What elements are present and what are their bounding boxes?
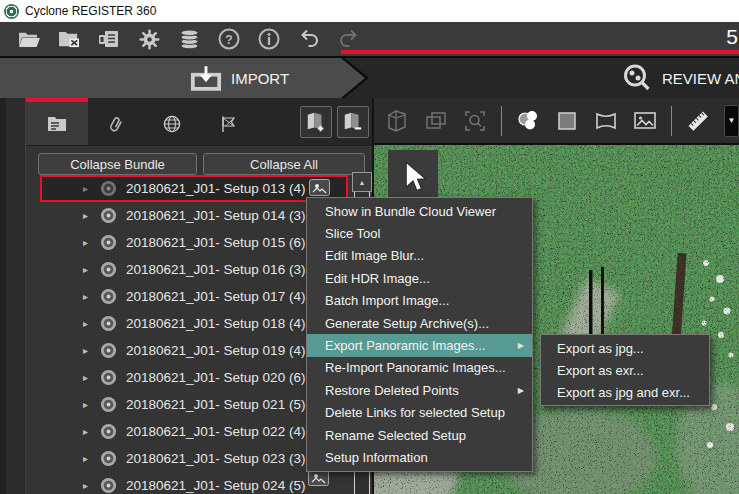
select-tool-button[interactable]: [388, 150, 438, 204]
setup-target-icon: [100, 477, 117, 494]
setup-target-icon: [100, 234, 117, 251]
active-stage-accent-line: [341, 50, 739, 54]
help-icon[interactable]: ?: [217, 27, 241, 51]
submenu-item[interactable]: Export as exr...: [541, 359, 709, 381]
submenu-item[interactable]: Export as jpg...: [541, 337, 709, 359]
menu-item-label: Batch Import Image...: [325, 293, 449, 308]
submenu-arrow-icon: ▶: [518, 386, 524, 395]
menu-item-label: Export Panoramic Images...: [325, 338, 485, 353]
context-menu-item[interactable]: Slice Tool ▶: [307, 222, 532, 244]
add-sitemap-button[interactable]: [300, 106, 332, 138]
expander-icon[interactable]: ▸: [83, 481, 91, 491]
scroll-up-button[interactable]: ▲: [352, 172, 372, 192]
panorama-view-icon[interactable]: [593, 108, 619, 134]
expander-icon[interactable]: ▸: [83, 346, 91, 356]
tab-review-and-optimize[interactable]: REVIEW AND: [608, 58, 739, 98]
setup-target-icon: [100, 207, 117, 224]
import-project-icon[interactable]: [97, 27, 121, 51]
close-project-icon[interactable]: [57, 27, 81, 51]
context-menu-item[interactable]: Restore Deleted Points ▶: [307, 379, 532, 401]
color-mode-icon[interactable]: [515, 108, 541, 134]
submenu-arrow-icon: ▶: [518, 341, 524, 350]
menu-item-label: Slice Tool: [325, 226, 380, 241]
setup-target-icon: [100, 423, 117, 440]
export-panoramic-submenu: Export as jpg... Export as exr... Export…: [540, 334, 710, 406]
setup-target-icon: [100, 369, 117, 386]
toolbar-separator: [671, 106, 672, 136]
context-menu-item[interactable]: Re-Import Panoramic Images... ▶: [307, 357, 532, 379]
setup-context-menu: Show in Bundle Cloud Viewer ▶ Slice Tool…: [306, 197, 533, 472]
about-info-icon[interactable]: [257, 27, 281, 51]
attachments-tab[interactable]: [88, 98, 144, 145]
settings-gear-icon[interactable]: [137, 27, 161, 51]
pano-view-icon[interactable]: [384, 108, 410, 134]
image-view-icon[interactable]: [632, 108, 658, 134]
geotag-globe-tab[interactable]: [144, 98, 200, 145]
collapse-all-button[interactable]: Collapse All: [203, 153, 365, 175]
setup-image-button[interactable]: [309, 179, 330, 196]
context-menu-item[interactable]: Rename Selected Setup ▶: [307, 424, 532, 446]
storage-database-icon[interactable]: [177, 27, 201, 51]
sitemap-buttons: [300, 98, 372, 145]
expander-icon[interactable]: ▸: [83, 427, 91, 437]
tab-import[interactable]: IMPORT: [0, 58, 365, 98]
overlap-views-icon[interactable]: [423, 108, 449, 134]
setup-label: 20180621_J01- Setup 019 (4): [126, 343, 305, 358]
context-menu-item[interactable]: Export Panoramic Images... ▶: [307, 334, 532, 356]
app-logo-icon: [4, 4, 19, 19]
submenu-item-label: Export as exr...: [557, 363, 644, 378]
collapse-controls: Collapse Bundle Collapse All: [38, 153, 372, 175]
expander-icon[interactable]: ▸: [83, 265, 91, 275]
expander-icon[interactable]: ▸: [83, 292, 91, 302]
menu-item-label: Edit HDR Image...: [325, 271, 430, 286]
expander-icon[interactable]: ▸: [83, 211, 91, 221]
submenu-item-label: Export as jpg...: [557, 341, 644, 356]
expander-icon[interactable]: ▸: [83, 319, 91, 329]
setup-label: 20180621_J01- Setup 018 (4): [126, 316, 305, 331]
menu-item-label: Setup Information: [325, 450, 428, 465]
submenu-item[interactable]: Export as jpg and exr...: [541, 381, 709, 403]
redo-icon[interactable]: [337, 27, 361, 51]
context-menu-item[interactable]: Batch Import Image... ▶: [307, 290, 532, 312]
setup-label: 20180621_J01- Setup 016 (3): [126, 262, 305, 277]
setup-target-icon: [100, 396, 117, 413]
expander-icon[interactable]: ▸: [83, 373, 91, 383]
bundle-tree-tab[interactable]: [26, 98, 88, 145]
context-menu-item[interactable]: Setup Information ▶: [307, 446, 532, 468]
window-titlebar: Cyclone REGISTER 360: [0, 0, 739, 22]
expander-icon[interactable]: ▸: [83, 238, 91, 248]
solid-color-icon[interactable]: [554, 108, 580, 134]
measure-ruler-icon[interactable]: [685, 108, 711, 134]
context-menu-item[interactable]: Show in Bundle Cloud Viewer ▶: [307, 200, 532, 222]
open-project-icon[interactable]: [17, 27, 41, 51]
setup-label: 20180621_J01- Setup 014 (3): [126, 208, 305, 223]
menu-item-label: Restore Deleted Points: [325, 383, 459, 398]
remove-sitemap-button[interactable]: [337, 106, 369, 138]
menu-item-label: Rename Selected Setup: [325, 428, 466, 443]
setup-label: 20180621_J01- Setup 024 (5): [126, 478, 305, 493]
context-menu-item[interactable]: Delete Links for selected Setup ▶: [307, 402, 532, 424]
undo-icon[interactable]: [297, 27, 321, 51]
zoom-region-icon[interactable]: [462, 108, 488, 134]
import-tab-label: IMPORT: [231, 70, 289, 87]
toolbar-separator: [501, 106, 502, 136]
context-menu-item[interactable]: Edit HDR Image... ▶: [307, 267, 532, 289]
context-menu-item[interactable]: Edit Image Blur... ▶: [307, 245, 532, 267]
expander-icon[interactable]: ▸: [83, 400, 91, 410]
setup-label: 20180621_J01- Setup 021 (5): [126, 397, 305, 412]
expander-icon[interactable]: ▸: [83, 454, 91, 464]
submenu-item-label: Export as jpg and exr...: [557, 385, 690, 400]
setup-target-icon: [100, 261, 117, 278]
expander-icon[interactable]: ▸: [83, 184, 91, 194]
stage-tabbar: IMPORT REVIEW AND: [0, 58, 739, 98]
menu-item-label: Generate Setup Archive(s)...: [325, 316, 489, 331]
setup-label: 20180621_J01- Setup 013 (4): [126, 181, 305, 196]
marks-flag-tab[interactable]: [200, 98, 256, 145]
collapse-bundle-button[interactable]: Collapse Bundle: [38, 153, 197, 175]
measure-dropdown[interactable]: ▼: [724, 105, 739, 137]
context-menu-item[interactable]: Generate Setup Archive(s)... ▶: [307, 312, 532, 334]
left-rail: [0, 98, 26, 494]
project-counter: 5: [726, 25, 738, 49]
import-icon: [190, 65, 222, 92]
menu-item-label: Re-Import Panoramic Images...: [325, 360, 506, 375]
